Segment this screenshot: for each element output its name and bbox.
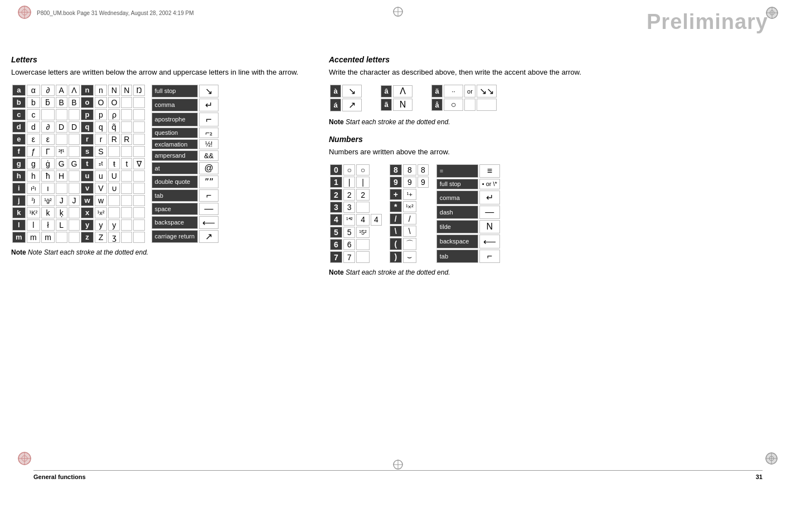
table-row: 0 ○○ <box>330 164 382 175</box>
letters-table: a α∂AΛ n nNNŊ b bƃBB o OO c <box>11 84 146 244</box>
footer-left: General functions <box>33 474 86 480</box>
table-row: k ¹K²kķ x ¹x² <box>12 207 145 218</box>
numbers-section-desc: Numbers are written above the arrow. <box>329 147 785 158</box>
apostrophe-label: apostrophe <box>152 113 198 126</box>
dquote-label: double quote <box>152 175 198 188</box>
carriage-return-label: carriage return <box>152 230 198 243</box>
bottom-right-reg <box>764 451 779 468</box>
table-row: = ≡ <box>436 164 500 178</box>
table-row: apostrophe ⌐ <box>152 113 219 126</box>
table-row: / / <box>390 213 429 224</box>
page-title: Preliminary <box>647 10 768 34</box>
table-row: g gġGG t ₂tŧt∇ <box>12 158 145 169</box>
table-row: f ƒΓ²f¹ s S <box>12 146 145 157</box>
letters-note: Note Note Start each stroke at the dotte… <box>11 248 301 256</box>
question-label: question <box>152 128 198 138</box>
accented-a-circ: âΛ ãN <box>380 84 414 113</box>
letters-section-title: Letters <box>11 55 301 64</box>
table-row: m mm z Zʒ <box>12 232 145 243</box>
specials-table: full stop ↘ comma ↵ apostrophe ⌐ quest <box>151 84 220 244</box>
left-column: Letters Lowercase letters are written be… <box>11 55 301 284</box>
table-row: tilde N <box>436 220 500 233</box>
top-center-reg <box>392 6 404 19</box>
letters-and-specials: a α∂AΛ n nNNŊ b bƃBB o OO c <box>11 84 301 244</box>
table-row: question ⌐₂ <box>152 128 219 138</box>
table-row: 4 ¹⁴²44 <box>330 214 382 225</box>
more-digits-table: 8 88 9 99 + ¹+ * ¹×² <box>389 163 430 264</box>
table-row: a α∂AΛ n nNNŊ <box>12 85 145 96</box>
table-row: tab ⌐ <box>436 250 500 263</box>
top-right-reg <box>765 6 779 22</box>
accented-chars-grid: à↘ á↗ âΛ ãN ä ·· <box>329 84 785 113</box>
accented-section-title: Accented letters <box>329 55 785 64</box>
accented-note: Note Start each stroke at the dotted end… <box>329 118 785 126</box>
table-row: j ²ȷ¹ġ²JJ w w <box>12 195 145 206</box>
numbers-grid: 0 ○○ 1 || 2 22 3 3 <box>329 163 785 264</box>
table-row: e εε r rRR <box>12 134 145 145</box>
table-row: 3 3 <box>330 202 382 213</box>
table-row: ) ⌣ <box>390 251 429 263</box>
accented-a-grave: à↘ á↗ <box>329 84 363 113</box>
table-row: backspace ⟵ <box>436 235 500 248</box>
table-row: 6 6 <box>330 239 382 250</box>
table-row: comma ↵ <box>436 191 500 204</box>
table-row: exclamation ½! <box>152 139 219 149</box>
fullstop-label: full stop <box>152 85 198 97</box>
table-row: + ¹+ <box>390 189 429 200</box>
numbers-note: Note Start each stroke at the dotted end… <box>329 269 785 276</box>
table-row: dash — <box>436 206 500 219</box>
right-column: Accented letters Write the character as … <box>329 55 785 284</box>
exclamation-label: exclamation <box>152 139 198 149</box>
table-row: backspace ⟵ <box>152 216 219 229</box>
ampersand-label: ampersand <box>152 150 198 161</box>
accented-a-uml: ä ·· or ↘↘ å ○ <box>430 84 498 113</box>
table-row: ampersand && <box>152 150 219 161</box>
tab-label: tab <box>152 189 198 202</box>
file-info: P800_UM.book Page 31 Wednesday, August 2… <box>37 10 194 16</box>
table-row: carriage return ↗ <box>152 230 219 243</box>
space-label: space <box>152 203 198 215</box>
letters-section-desc: Lowercase letters are written below the … <box>11 67 301 78</box>
digits-table: 0 ○○ 1 || 2 22 3 3 <box>329 163 383 264</box>
table-row: 9 99 <box>390 177 429 188</box>
numbers-section-title: Numbers <box>329 135 785 144</box>
table-row: i ı²ıı v V∪ <box>12 183 145 194</box>
bottom-left-reg <box>17 451 32 468</box>
num-specials-table: = ≡ full stop • or \* comma ↵ dash <box>435 163 501 264</box>
table-row: \ \ <box>390 226 429 237</box>
table-row: * ¹×² <box>390 201 429 212</box>
table-row: ( ⌒ <box>390 238 429 250</box>
table-row: at @ <box>152 162 219 174</box>
table-row: space — <box>152 203 219 215</box>
table-row: double quote ˮˮ <box>152 175 219 188</box>
table-row: 1 || <box>330 177 382 188</box>
table-row: h hħH u uU <box>12 170 145 182</box>
table-row: comma ↵ <box>152 99 219 111</box>
backspace-label: backspace <box>152 216 198 229</box>
table-row: tab ⌐ <box>152 189 219 202</box>
book-page: P800_UM.book Page 31 Wednesday, August 2… <box>0 0 796 490</box>
table-row: c c p pρ <box>12 109 145 120</box>
accented-section-desc: Write the character as described above, … <box>329 67 785 78</box>
table-row: d d∂DD q qq̃ <box>12 121 145 133</box>
at-label: at <box>152 162 198 174</box>
table-row: l lłL y yy <box>12 219 145 231</box>
table-row: b bƃBB o OO <box>12 97 145 108</box>
table-row: full stop ↘ <box>152 85 219 97</box>
footer-right: 31 <box>756 474 763 480</box>
page-footer: General functions 31 <box>33 470 763 480</box>
table-row: 7 7 <box>330 251 382 262</box>
top-left-reg-mark <box>17 4 32 22</box>
comma-label: comma <box>152 99 198 111</box>
table-row: full stop • or \* <box>436 179 500 190</box>
table-row: 8 88 <box>390 164 429 175</box>
table-row: 5 5¹5² <box>330 227 382 238</box>
table-row: 2 22 <box>330 189 382 200</box>
